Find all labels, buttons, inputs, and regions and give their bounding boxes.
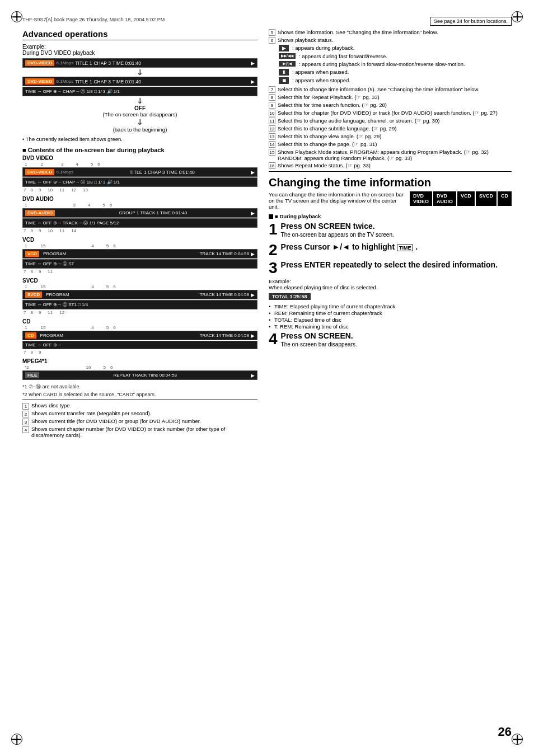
footnote-note2: *2 When CARD is selected as the source, … <box>22 392 257 397</box>
right-item-13: 13 Select this to change view angle. (☞ … <box>269 133 512 140</box>
onscreen-bar-example: DVD-VIDEO 6.1Mbps TITLE 1 CHAP 3 TIME 0:… <box>22 58 257 133</box>
arrow-down-3: ⇓ <box>22 118 257 126</box>
svcd-bar1: SVCD PROGRAM TRACK 14 TIME 0:04:58 ▶ <box>22 290 257 299</box>
cd-section-title: CD <box>22 318 257 325</box>
step-2-content: Press Cursor ►/◄ to highlight TIME . <box>281 242 512 252</box>
slow-status: ▶|/|◀ : appears during playback in forwa… <box>279 61 512 67</box>
right-item-9: 9 Select this for time search function. … <box>269 102 512 109</box>
see-page-note: See page 24 for button locations. <box>430 17 512 26</box>
ff-icon: ▶▶/◀◀ <box>279 53 296 59</box>
mpeg-section-title: MPEG4*1 <box>22 358 257 364</box>
pause-icon: ⏸ <box>279 69 289 76</box>
step-3-title: Press ENTER repeatedly to select the des… <box>281 260 512 269</box>
mpeg-bars: *2 16 5 6 FILE REPEAT TRACK Time 00:04:5… <box>22 365 257 380</box>
time-item-1: REM: Remaining time of current chapter/t… <box>269 310 512 316</box>
right-item-16: 16 Shows Repeat Mode status. (☞ pg. 33) <box>269 162 512 169</box>
vcd-num-row-top: 1 15 4 5 6 <box>22 243 257 248</box>
step-3-container: 3 Press ENTER repeatedly to select the d… <box>269 260 512 276</box>
vcd-bars: 1 15 4 5 6 VCD PROGRAM TRACK 14 TIME 0:0… <box>22 243 257 274</box>
right-item-10: 10 Select this for chapter (for DVD VIDE… <box>269 110 512 116</box>
playback-icons: ▶ : appears during playback. ▶▶/◀◀ : app… <box>279 45 512 84</box>
bar2-chap: CHAP 3 <box>93 79 111 84</box>
step-1-desc: The on-screen bar appears on the TV scre… <box>281 232 512 238</box>
dvd-video-bar2: TIME ↔ OFF ⊕→ CHAP→ ⓒ 1/8 □ 1/ 3 🔊 1/1 <box>22 177 257 187</box>
dvd-audio-bars: 1 3 4 5 6 DVD-AUDIO GROUP 1 TRACK 1 TIME… <box>22 203 257 233</box>
dvd-audio-num-row-bot: 7 8 9 10 11 14 <box>22 228 257 233</box>
mpeg-bar1: FILE REPEAT TRACK Time 00:04:58 ▶ <box>22 370 257 380</box>
right-item-7: 7 Select this to change time information… <box>269 86 512 93</box>
badge-dvd-video: DVDVIDEO <box>410 191 432 206</box>
changing-time-intro: You can change the time information in t… <box>269 191 512 213</box>
example-label2: Example: When elapsed playing time of di… <box>269 278 512 290</box>
step-4-content: Press ON SCREEN. The on-screen bar disap… <box>281 331 512 350</box>
footnote-3: 3 Shows current title (for DVD VIDEO) or… <box>22 418 257 425</box>
footnotes-section: 1 Shows disc type. 2 Shows current trans… <box>22 402 257 438</box>
time-list: TIME: Elapsed playing time of current ch… <box>269 303 512 330</box>
bar-row2: DVD-VIDEO 6.1Mbps TITLE 1 CHAP 3 TIME 0:… <box>22 77 257 86</box>
bar2-mbps: 6.1Mbps <box>56 79 73 84</box>
bar1-time: TIME 0:01:40 <box>113 60 141 66</box>
off-label: OFF <box>22 105 257 111</box>
green-note: • The currently selected item shows gree… <box>22 136 257 142</box>
footnote-4: 4 Shows current chapter number (for DVD … <box>22 426 257 438</box>
page-header: THF-S9S7[A].book Page 26 Thursday, March… <box>22 17 512 26</box>
step-3-content: Press ENTER repeatedly to select the des… <box>281 260 512 270</box>
time-item-2: TOTAL: Elapsed time of disc <box>269 317 512 323</box>
vcd-num-row-bot: 7 8 9 11 <box>22 269 257 274</box>
step-2-title: Press Cursor ►/◄ to highlight TIME . <box>281 242 512 251</box>
dvd-video-section-title: DVD VIDEO <box>22 155 257 161</box>
bar-row2b: TIME ↔ OFF ⊕→ CHAP→ ⓒ 1/8 □ 1/ 3 🔊 1/1 <box>22 87 257 96</box>
slow-icon: ▶|/|◀ <box>279 61 296 67</box>
right-item-15: 15 Shows Playback Mode status. PROGRAM: … <box>269 149 512 161</box>
play-status: ▶ : appears during playback. <box>279 45 512 51</box>
right-column: 5 Shows time information. See "Changing … <box>269 29 512 439</box>
dvd-video-num-row-top: 1 2 3 4 5 6 <box>22 162 257 167</box>
back-label: (back to the beginning) <box>22 126 257 133</box>
dvd-badges: DVDVIDEO DVDAUDIO VCD SVCD CD <box>410 191 512 206</box>
right-item-12: 12 Select this to change subtitle langua… <box>269 125 512 132</box>
dvd-audio-section-title: DVD AUDIO <box>22 196 257 202</box>
step-4-desc: The on-screen bar disappears. <box>281 341 512 348</box>
cd-bars: 1 15 4 5 6 CD PROGRAM TRACK 14 TIME 0:04… <box>22 325 257 355</box>
stop-status: ⏹ : appears when stopped. <box>279 77 512 84</box>
bar1-chap: CHAP 3 <box>93 60 111 66</box>
arrow-down-2: ⇓ <box>22 97 257 105</box>
step-2-number: 2 <box>269 242 278 258</box>
right-item-14: 14 Select this to change the page. (☞ pg… <box>269 141 512 148</box>
dvd-video-tag: DVD-VIDEO <box>25 60 54 66</box>
step-1-container: 1 Press ON SCREEN twice. The on-screen b… <box>269 222 512 240</box>
left-column: Advanced operations Example: During DVD … <box>22 29 257 439</box>
vcd-section-title: VCD <box>22 237 257 243</box>
vcd-bar1: VCD PROGRAM TRACK 14 TIME 0:04:58 ▶ <box>22 249 257 259</box>
svcd-num-row-bot: 7 8 9 11 12 <box>22 310 257 315</box>
contents-title: ■ Contents of the on-screen bar during p… <box>22 147 257 153</box>
step-2-container: 2 Press Cursor ►/◄ to highlight TIME . <box>269 242 512 258</box>
bar1-title: TITLE 1 <box>75 60 92 66</box>
dvd-audio-num-row-top: 1 3 4 5 6 <box>22 203 257 208</box>
badge-dvd-audio: DVDAUDIO <box>433 191 456 206</box>
bar2-time: TIME 0:01:40 <box>113 79 141 84</box>
svcd-bar2: TIME ↔ OFF ⊕→ ⓒ ST1 □ 1/4 <box>22 300 257 309</box>
cd-bar1: CD PROGRAM TRACK 14 TIME 0:04:58 ▶ <box>22 331 257 340</box>
step-1-content: Press ON SCREEN twice. The on-screen bar… <box>281 222 512 240</box>
bar2-arrow: ▶ <box>251 79 255 84</box>
time-box: TIME <box>397 245 414 251</box>
step-1-number: 1 <box>269 222 278 237</box>
bar2-row2: TIME ↔ OFF ⊕→ CHAP→ ⓒ 1/8 □ 1/ 3 🔊 1/1 <box>25 88 120 95</box>
stop-icon: ⏹ <box>279 77 289 84</box>
off-paren: (The on-screen bar disappears) <box>22 111 257 118</box>
svcd-section-title: SVCD <box>22 278 257 284</box>
section-title-advanced: Advanced operations <box>22 29 257 40</box>
bar1-arrow: ▶ <box>251 60 255 66</box>
cd-num-row-top: 1 15 4 5 6 <box>22 325 257 330</box>
step-4-number: 4 <box>269 331 278 347</box>
dvd-video-tag2: DVD-VIDEO <box>25 78 54 84</box>
bar2-title: TITLE 1 <box>75 79 92 84</box>
cd-num-row-bot: 7 8 9 <box>22 350 257 355</box>
right-item-5: 5 Shows time information. See "Changing … <box>269 29 512 36</box>
right-items-section: 5 Shows time information. See "Changing … <box>269 29 512 169</box>
right-item-11: 11 Select this to change audio language,… <box>269 118 512 124</box>
svcd-bars: 1 15 4 5 6 SVCD PROGRAM TRACK 14 TIME 0:… <box>22 284 257 315</box>
page-number: 26 <box>498 725 512 739</box>
arrow-down-1: ⇓ <box>22 68 257 76</box>
